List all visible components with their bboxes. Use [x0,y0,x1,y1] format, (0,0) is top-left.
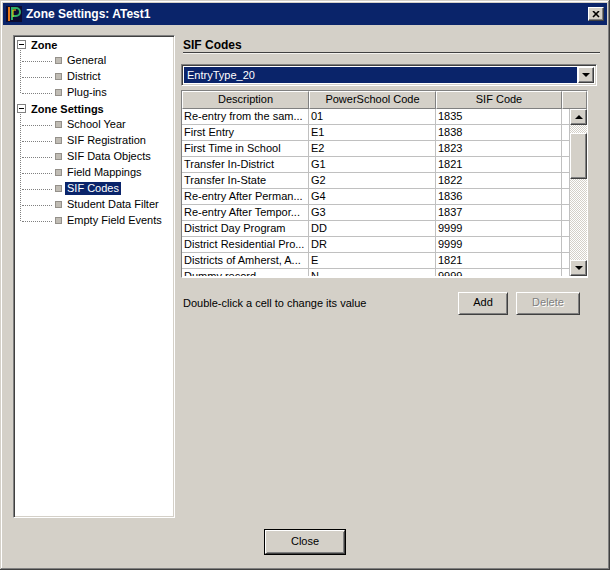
table-cell[interactable]: District Residential Pro... [182,237,309,253]
tree-connector-line [22,141,52,142]
tree-connector-line [22,93,52,94]
close-button[interactable]: Close [265,530,345,554]
scroll-down-button[interactable] [570,260,587,276]
app-icon [6,6,22,22]
tree-item-label: School Year [65,118,128,131]
delete-button[interactable]: Delete [516,292,580,315]
code-set-dropdown[interactable]: EntryType_20 [181,64,597,86]
zone-tree[interactable]: ZoneGeneralDistrictPlug-insZone Settings… [13,35,175,518]
table-hint-text: Double-click a cell to change its value [183,297,366,309]
panel-title-rule [183,52,600,54]
table-cell[interactable]: 1822 [436,173,562,189]
table-cell[interactable]: Re-entry After Perman... [182,189,309,205]
table-cell[interactable]: First Time in School [182,141,309,157]
column-header-description[interactable]: Description [182,91,309,109]
minus-box-icon[interactable] [17,40,26,49]
table-cell[interactable]: 01 [309,109,436,125]
tree-item-district[interactable]: District [15,69,173,85]
tree-item-sif-codes[interactable]: SIF Codes [15,181,173,197]
table-cell[interactable]: E1 [309,125,436,141]
dropdown-arrow-button[interactable] [578,67,594,83]
table-cell-filler [562,237,570,253]
table-cell[interactable]: Districts of Amherst, A... [182,253,309,269]
table-cell[interactable]: Re-entry from the sam... [182,109,309,125]
table-scrollbar[interactable] [570,109,587,276]
tree-item-empty-field-events[interactable]: Empty Field Events [15,213,173,229]
table-cell-filler [562,173,570,189]
table-cell[interactable]: G2 [309,173,436,189]
table-row[interactable]: Dummy recordN9999 [182,269,570,276]
table-row[interactable]: Transfer In-DistrictG11821 [182,157,570,173]
table-row[interactable]: Districts of Amherst, A...E1821 [182,253,570,269]
table-cell-filler [562,141,570,157]
table-cell-filler [562,189,570,205]
table-cell[interactable]: DD [309,221,436,237]
table-cell[interactable]: Transfer In-State [182,173,309,189]
table-cell[interactable]: 1821 [436,157,562,173]
table-cell[interactable]: Transfer In-District [182,157,309,173]
scrollbar-thumb[interactable] [570,133,587,179]
add-button[interactable]: Add [458,292,508,315]
table-cell[interactable]: G4 [309,189,436,205]
tree-item-label: SIF Codes [65,182,121,195]
table-cell[interactable]: District Day Program [182,221,309,237]
table-cell[interactable]: 1838 [436,125,562,141]
table-row[interactable]: Transfer In-StateG21822 [182,173,570,189]
table-cell[interactable]: E2 [309,141,436,157]
table-cell[interactable]: 9999 [436,221,562,237]
table-row[interactable]: District Day ProgramDD9999 [182,221,570,237]
tree-item-field-mappings[interactable]: Field Mappings [15,165,173,181]
minus-box-icon[interactable] [17,104,26,113]
tree-item-sif-data-objects[interactable]: SIF Data Objects [15,149,173,165]
tree-leaf-icon [55,185,62,192]
tree-item-plug-ins[interactable]: Plug-ins [15,85,173,101]
column-header-sif-code[interactable]: SIF Code [436,91,562,109]
table-cell[interactable]: G1 [309,157,436,173]
table-row[interactable]: First Time in SchoolE21823 [182,141,570,157]
table-cell-filler [562,269,570,276]
table-cell[interactable]: Dummy record [182,269,309,276]
table-cell[interactable]: 1837 [436,205,562,221]
table-cell[interactable]: E [309,253,436,269]
tree-leaf-icon [55,217,62,224]
tree-item-label: SIF Registration [65,134,148,147]
tree-connector-line [22,221,52,222]
tree-connector-line [22,157,52,158]
table-cell-filler [562,221,570,237]
tree-item-label: SIF Data Objects [65,150,153,163]
column-header-powerschool-code[interactable]: PowerSchool Code [309,91,436,109]
table-cell[interactable]: 9999 [436,237,562,253]
table-cell[interactable]: 9999 [436,269,562,276]
table-cell[interactable]: N [309,269,436,276]
tree-leaf-icon [55,89,62,96]
sif-codes-table[interactable]: DescriptionPowerSchool CodeSIF Code Re-e… [181,90,588,278]
tree-group-label: Zone [31,38,57,52]
tree-item-label: Field Mappings [65,166,144,179]
table-row[interactable]: Re-entry from the sam...011835 [182,109,570,125]
table-cell[interactable]: First Entry [182,125,309,141]
tree-item-sif-registration[interactable]: SIF Registration [15,133,173,149]
table-cell[interactable]: G3 [309,205,436,221]
table-cell[interactable]: 1836 [436,189,562,205]
tree-item-general[interactable]: General [15,53,173,69]
table-row[interactable]: First EntryE11838 [182,125,570,141]
tree-connector-line [22,205,52,206]
titlebar[interactable]: Zone Settings: ATest1 [3,3,607,25]
table-cell[interactable]: 1823 [436,141,562,157]
table-row[interactable]: Re-entry After Perman...G41836 [182,189,570,205]
table-cell[interactable]: Re-entry After Tempor... [182,205,309,221]
table-row[interactable]: Re-entry After Tempor...G31837 [182,205,570,221]
tree-item-school-year[interactable]: School Year [15,117,173,133]
tree-leaf-icon [55,137,62,144]
tree-group-zone[interactable]: Zone [15,37,173,53]
table-cell[interactable]: DR [309,237,436,253]
close-window-button[interactable] [588,7,604,21]
tree-item-student-data-filter[interactable]: Student Data Filter [15,197,173,213]
scroll-up-button[interactable] [570,109,587,125]
table-body[interactable]: Re-entry from the sam...011835First Entr… [182,109,570,276]
table-row[interactable]: District Residential Pro...DR9999 [182,237,570,253]
tree-group-zone-settings[interactable]: Zone Settings [15,101,173,117]
table-cell[interactable]: 1821 [436,253,562,269]
table-cell-filler [562,253,570,269]
table-cell[interactable]: 1835 [436,109,562,125]
